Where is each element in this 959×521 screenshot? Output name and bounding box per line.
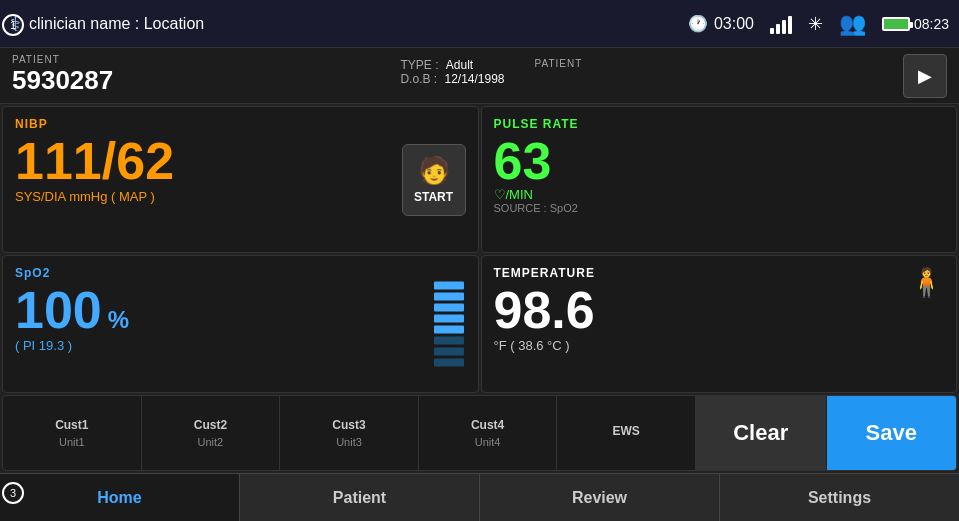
settings-tab-label: Settings	[808, 489, 871, 507]
battery-icon	[882, 17, 910, 31]
timer-value: 03:00	[714, 15, 754, 33]
spo2-panel: SpO2 100 % ( PI 19.3 )	[2, 255, 479, 392]
temperature-label: TEMPERATURE	[494, 266, 945, 280]
spo2-bar-5	[434, 325, 464, 333]
clear-button[interactable]: Clear	[696, 396, 827, 470]
cust1-name: Cust1	[55, 418, 88, 432]
patient-play-button[interactable]: ▶	[903, 54, 947, 98]
clock-icon: 🕐	[688, 14, 708, 33]
start-label: START	[414, 190, 453, 204]
nav-tab-patient[interactable]: Patient	[240, 474, 480, 521]
nibp-panel: NIBP 111/62 SYS/DIA mmHg ( MAP ) 🧑 START	[2, 106, 479, 253]
spo2-bar-1	[434, 281, 464, 289]
cust2-unit: Unit2	[198, 436, 224, 448]
nav-tab-home[interactable]: Home	[0, 474, 240, 521]
nav-tab-review[interactable]: Review	[480, 474, 720, 521]
patient-label: PATIENT	[12, 54, 380, 65]
spo2-bar-4	[434, 314, 464, 322]
spo2-percent: %	[108, 306, 129, 334]
temperature-value: 98.6	[494, 284, 945, 336]
custom-tab-2[interactable]: Cust2 Unit2	[142, 396, 281, 470]
logo-icon: ⚕	[10, 12, 21, 36]
spo2-pi: ( PI 19.3 )	[15, 338, 466, 353]
spo2-bar-8	[434, 358, 464, 366]
person-icon: 🧑	[418, 155, 450, 186]
custom-tabs: Cust1 Unit1 Cust2 Unit2 Cust3 Unit3 Cust…	[3, 396, 696, 470]
nibp-value: 111/62	[15, 135, 466, 187]
header: ⚕ clinician name : Location 🕐 03:00 ✳ 👥 …	[0, 0, 959, 48]
patient-id: 5930287	[12, 65, 380, 96]
spo2-bar-graph	[434, 281, 464, 366]
battery-time: 08:23	[914, 16, 949, 32]
cust3-name: Cust3	[332, 418, 365, 432]
footer-nav: Home Patient Review Settings	[0, 473, 959, 521]
nibp-label: NIBP	[15, 117, 466, 131]
spo2-bar-2	[434, 292, 464, 300]
action-buttons: Clear Save	[696, 396, 956, 470]
spo2-label: SpO2	[15, 266, 466, 280]
patient-bar: PATIENT 5930287 TYPE : Adult D.o.B : 12/…	[0, 48, 959, 104]
cust4-unit: Unit4	[475, 436, 501, 448]
review-tab-label: Review	[572, 489, 627, 507]
nav-tab-settings[interactable]: Settings	[720, 474, 959, 521]
temperature-unit: °F ( 38.6 °C )	[494, 338, 945, 353]
patient-right-label: PATIENT	[535, 58, 903, 69]
pulse-panel: PULSE RATE 63 ♡/MIN SOURCE : SpO2	[481, 106, 958, 253]
temperature-panel: TEMPERATURE 98.6 °F ( 38.6 °C ) 🧍	[481, 255, 958, 392]
home-tab-label: Home	[97, 489, 141, 507]
custom-tab-4[interactable]: Cust4 Unit4	[419, 396, 558, 470]
patient-type: TYPE : Adult	[400, 58, 473, 72]
custom-tab-1[interactable]: Cust1 Unit1	[3, 396, 142, 470]
pulse-label: PULSE RATE	[494, 117, 945, 131]
battery-block: 08:23	[882, 16, 949, 32]
spo2-value: 100	[15, 284, 102, 336]
signal-icon	[770, 14, 792, 34]
custom-tab-ews[interactable]: EWS	[557, 396, 696, 470]
pulse-value: 63	[494, 135, 945, 187]
timer-block: 🕐 03:00	[688, 14, 754, 33]
patient-dob: D.o.B : 12/14/1998	[400, 72, 504, 86]
nibp-start-button[interactable]: 🧑 START	[402, 144, 466, 216]
cust3-unit: Unit3	[336, 436, 362, 448]
cust4-name: Cust4	[471, 418, 504, 432]
pulse-source: SOURCE : SpO2	[494, 202, 945, 214]
thermometer-person-icon: 🧍	[909, 266, 944, 299]
ews-name: EWS	[613, 424, 640, 438]
custom-tab-3[interactable]: Cust3 Unit3	[280, 396, 419, 470]
cust2-name: Cust2	[194, 418, 227, 432]
loading-icon: ✳	[808, 13, 823, 35]
spo2-bar-7	[434, 347, 464, 355]
bottom-row: Cust1 Unit1 Cust2 Unit2 Cust3 Unit3 Cust…	[2, 395, 957, 471]
patient-tab-label: Patient	[333, 489, 386, 507]
nibp-unit: SYS/DIA mmHg ( MAP )	[15, 189, 466, 204]
save-button[interactable]: Save	[827, 396, 957, 470]
header-title: clinician name : Location	[29, 15, 688, 33]
people-icon: 👥	[839, 11, 866, 37]
main-grid: NIBP 111/62 SYS/DIA mmHg ( MAP ) 🧑 START…	[0, 104, 959, 473]
pulse-unit: ♡/MIN	[494, 187, 945, 202]
cust1-unit: Unit1	[59, 436, 85, 448]
spo2-bar-6	[434, 336, 464, 344]
spo2-bar-3	[434, 303, 464, 311]
